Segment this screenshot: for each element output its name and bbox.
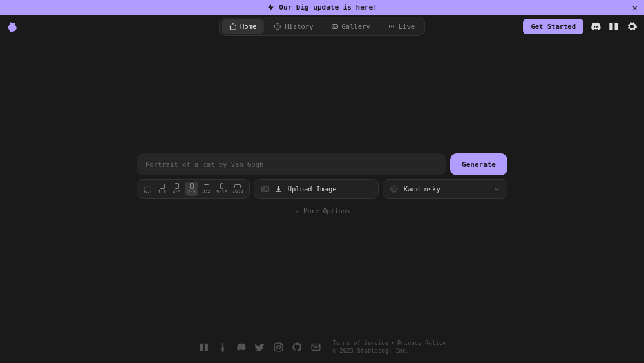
docs-icon[interactable] (608, 21, 620, 32)
copyright-text: © 2023 Stablecog, Inc. (333, 348, 410, 354)
gallery-icon (331, 23, 339, 30)
tab-home[interactable]: Home (222, 19, 264, 34)
tab-live-label: Live (399, 23, 415, 30)
aspect-grid-icon[interactable] (141, 182, 154, 195)
nav-tabs: Home History Gallery Live (219, 17, 425, 36)
footer: Terms of Service•Privacy Policy © 2023 S… (0, 339, 644, 355)
svg-point-8 (393, 188, 396, 191)
live-icon (388, 23, 395, 30)
model-icon (390, 184, 399, 193)
main-content: Generate 1:1 4:5 2:3 3:2 9:16 16:9 Uploa… (0, 153, 644, 215)
ratio-9-16[interactable]: 9:16 (214, 182, 229, 196)
ratio-2-3[interactable]: 2:3 (185, 182, 198, 196)
home-icon (229, 23, 237, 30)
update-banner: Our big update is here! ✕ (0, 0, 644, 15)
generate-button[interactable]: Generate (450, 153, 507, 175)
upload-label: Upload Image (288, 185, 337, 193)
ratio-16-9[interactable]: 16:9 (231, 183, 245, 195)
discord-icon[interactable] (590, 21, 601, 32)
svg-rect-1 (332, 25, 337, 29)
twitter-icon[interactable] (254, 342, 265, 353)
tab-history-label: History (285, 23, 313, 30)
svg-point-7 (391, 186, 398, 193)
privacy-link[interactable]: Privacy Policy (397, 340, 446, 346)
tab-live[interactable]: Live (380, 19, 422, 34)
chevron-down-icon (493, 186, 500, 193)
blog-icon[interactable] (217, 342, 228, 353)
history-icon (274, 23, 281, 30)
tab-gallery-label: Gallery (342, 23, 370, 30)
instagram-icon[interactable] (273, 342, 284, 353)
model-select[interactable]: Kandinsky (383, 179, 507, 199)
image-icon (261, 185, 269, 193)
lightning-icon (267, 3, 275, 12)
docs-icon[interactable] (198, 342, 209, 353)
tab-gallery[interactable]: Gallery (323, 19, 378, 34)
ratio-3-2[interactable]: 3:2 (200, 183, 213, 195)
tos-link[interactable]: Terms of Service (333, 340, 389, 346)
chevron-down-icon (294, 208, 300, 215)
topbar: Home History Gallery Live Get Started (0, 15, 644, 38)
more-options-toggle[interactable]: More Options (294, 208, 350, 215)
ratio-4-5[interactable]: 4:5 (170, 182, 184, 196)
tab-home-label: Home (240, 23, 256, 30)
banner-close-button[interactable]: ✕ (632, 3, 638, 13)
tab-history[interactable]: History (266, 19, 321, 34)
aspect-ratio-selector: 1:1 4:5 2:3 3:2 9:16 16:9 (137, 179, 250, 199)
github-icon[interactable] (292, 342, 303, 353)
svg-rect-4 (144, 186, 151, 192)
model-selected: Kandinsky (404, 185, 440, 193)
ratio-1-1[interactable]: 1:1 (155, 182, 169, 196)
app-logo[interactable] (6, 21, 18, 32)
svg-point-11 (280, 344, 281, 345)
upload-image-button[interactable]: Upload Image (254, 179, 379, 199)
get-started-button[interactable]: Get Started (523, 19, 583, 34)
gear-icon[interactable] (626, 21, 638, 32)
more-options-label: More Options (303, 208, 350, 215)
prompt-input[interactable] (137, 153, 446, 175)
discord-icon[interactable] (236, 342, 247, 353)
svg-point-10 (276, 346, 280, 349)
email-icon[interactable] (310, 342, 321, 353)
download-icon (274, 185, 283, 193)
svg-point-3 (391, 26, 392, 27)
banner-text: Our big update is here! (279, 3, 377, 12)
